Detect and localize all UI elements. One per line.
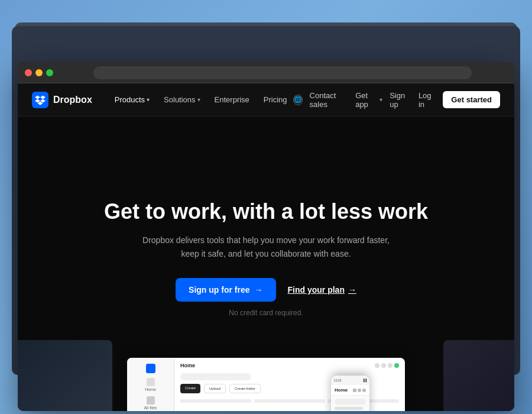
preview-files-icon [147, 396, 155, 405]
mobile-nav-icons [353, 389, 366, 392]
browser-chrome [18, 62, 514, 83]
preview-create-folder-button: Create folder [229, 384, 261, 393]
solutions-chevron-icon: ▾ [197, 96, 200, 103]
address-bar[interactable] [93, 66, 472, 79]
mobile-file-1 [335, 407, 363, 410]
close-button[interactable] [25, 69, 32, 76]
mobile-file-list [335, 407, 366, 411]
mobile-preview: 11:21 ▐▐ Home [331, 376, 369, 411]
mobile-signal-icon: ▐▐ [362, 379, 366, 382]
nav-item-pricing[interactable]: Pricing [258, 92, 293, 108]
preview-icon-2 [381, 363, 386, 368]
signup-button[interactable]: Sign up for free → [176, 278, 275, 302]
log-in-link[interactable]: Log in [419, 91, 436, 109]
mobile-nav-icon-1 [353, 389, 356, 392]
product-preview: Home All files Signatures Send and track [127, 358, 405, 411]
preview-logo-icon [146, 364, 155, 373]
navbar: Dropbox Products ▾ Solutions ▾ Enterpris… [18, 83, 514, 117]
mobile-status-bar: 11:21 ▐▐ [331, 376, 369, 385]
get-app-link[interactable]: Get app ▾ [355, 91, 382, 109]
nav-links: Products ▾ Solutions ▾ Enterprise Pricin… [109, 92, 293, 108]
get-app-chevron-icon: ▾ [379, 96, 382, 103]
minimize-button[interactable] [35, 69, 43, 76]
preview-home-item: Home [132, 378, 169, 392]
preview-file-row-2 [254, 399, 326, 403]
mobile-home-title: Home [335, 387, 348, 393]
logo-text: Dropbox [53, 95, 92, 105]
preview-file-row-1 [180, 399, 252, 403]
preview-upload-button: Upload [204, 384, 226, 393]
preview-search-bar [180, 373, 251, 380]
preview-top-bar: Home [180, 363, 399, 368]
preview-toolbar-icons [375, 363, 399, 368]
maximize-button[interactable] [46, 69, 53, 76]
arrow-right-icon: → [255, 285, 263, 295]
browser-frame: Dropbox Products ▾ Solutions ▾ Enterpris… [18, 62, 514, 411]
mobile-time: 11:21 [334, 379, 342, 382]
preview-avatar-icon [394, 363, 399, 368]
preview-icon-3 [388, 363, 392, 368]
preview-files-item: All files [132, 396, 169, 410]
preview-dropbox-logo [132, 364, 169, 373]
nav-logo[interactable]: Dropbox [32, 92, 92, 108]
website-content: Dropbox Products ▾ Solutions ▾ Enterpris… [18, 83, 514, 411]
preview-main: Home Create Upload Create folder [174, 358, 405, 411]
mobile-nav-icon-2 [358, 389, 361, 392]
hero-title: Get to work, with a lot less work [104, 199, 428, 224]
language-globe-icon[interactable]: 🌐 [293, 95, 303, 105]
hero-subtitle: Dropbox delivers tools that help you mov… [136, 234, 396, 260]
mobile-nav-bar: Home [331, 385, 369, 396]
find-plan-button[interactable]: Find your plan → [288, 285, 356, 295]
find-plan-arrow-icon: → [348, 285, 356, 295]
dropbox-icon [32, 92, 48, 108]
window-controls [25, 69, 53, 76]
nav-item-enterprise[interactable]: Enterprise [209, 92, 255, 108]
nav-item-solutions[interactable]: Solutions ▾ [158, 92, 206, 108]
mobile-nav-icon-3 [362, 389, 366, 392]
dropbox-logo-svg [35, 95, 46, 105]
preview-home-icon [147, 378, 155, 386]
mobile-search-bar [335, 399, 366, 405]
preview-icon-1 [375, 363, 379, 368]
hero-section: Get to work, with a lot less work Dropbo… [18, 117, 514, 411]
mobile-content [331, 396, 369, 411]
mobile-nav-inner: Home [335, 387, 366, 393]
hero-ctas: Sign up for free → Find your plan → [176, 278, 356, 302]
preview-sidebar: Home All files Signatures Send and track [127, 358, 174, 411]
nav-item-products[interactable]: Products ▾ [109, 92, 155, 108]
nav-right: 🌐 Contact sales Get app ▾ Sign up Log in… [293, 91, 500, 109]
preview-home-title: Home [180, 363, 195, 368]
bg-image-left [18, 340, 112, 411]
get-started-button[interactable]: Get started [443, 91, 500, 108]
preview-create-button: Create [180, 384, 200, 393]
contact-sales-link[interactable]: Contact sales [310, 91, 349, 109]
products-chevron-icon: ▾ [147, 96, 150, 103]
sign-up-link[interactable]: Sign up [390, 91, 411, 109]
bg-image-right [443, 340, 514, 411]
no-credit-card-text: No credit card required. [229, 309, 303, 317]
